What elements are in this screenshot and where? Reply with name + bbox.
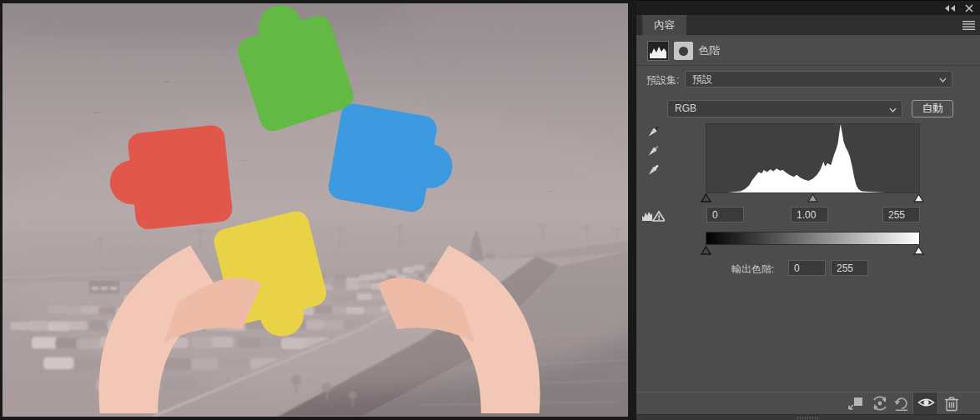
canvas-pasteboard: 布萊克 aidaidme.com [0, 0, 631, 420]
adjustment-title: 色階 [698, 40, 720, 62]
preset-select[interactable]: 預設 [685, 71, 952, 88]
shadow-input-field[interactable] [706, 207, 744, 222]
gray-point-eyedropper-icon[interactable] [646, 143, 661, 158]
puzzle-red [105, 124, 234, 233]
document-photo: 布萊克 aidaidme.com [3, 3, 628, 417]
levels-histogram-icon[interactable] [647, 41, 669, 61]
adjustment-header: 色階 [636, 40, 980, 65]
output-levels-label: 輸出色階: [731, 262, 774, 277]
midtone-input-field[interactable] [791, 207, 828, 222]
black-point-eyedropper-icon[interactable] [646, 124, 661, 139]
tab-properties[interactable]: 內容 [642, 15, 686, 35]
preset-value: 預設 [692, 73, 712, 85]
clip-to-layer-icon[interactable] [847, 395, 865, 412]
chevron-down-icon [889, 108, 897, 112]
shadow-input-slider[interactable] [701, 193, 711, 202]
collapse-panel-icon[interactable] [944, 4, 956, 12]
output-highlight-field[interactable] [831, 260, 868, 276]
panel-footer [636, 392, 980, 414]
auto-button[interactable]: 自動 [912, 100, 953, 118]
puzzle-blue [326, 102, 460, 218]
preset-label: 預設集: [646, 73, 679, 88]
histogram-shape [706, 124, 919, 192]
properties-panel: 內容 色階 預設集: 預設 [636, 0, 980, 420]
highlight-input-slider[interactable] [913, 193, 924, 202]
mask-circle-icon[interactable] [674, 42, 693, 60]
reset-adjustment-icon[interactable] [892, 395, 911, 412]
channel-select[interactable]: RGB [667, 100, 902, 118]
view-previous-state-icon[interactable] [871, 395, 889, 412]
panel-body: 色階 預設集: 預設 RGB 自動 [636, 35, 980, 392]
output-shadow-field[interactable] [788, 260, 826, 276]
output-highlight-slider[interactable] [913, 246, 924, 255]
toggle-visibility-button[interactable] [912, 392, 938, 414]
watermark: 布萊克 aidaidme.com [11, 3, 628, 413]
midtone-input-slider[interactable] [807, 193, 818, 202]
channel-value: RGB [675, 102, 696, 114]
delete-adjustment-icon[interactable] [942, 395, 961, 412]
output-gradient-bar [706, 232, 920, 245]
highlight-input-field[interactable] [882, 207, 920, 222]
puzzle-green [228, 3, 357, 134]
output-shadow-slider[interactable] [701, 246, 711, 255]
application-window: 布萊克 aidaidme.com 內容 [0, 0, 980, 420]
section-divider [636, 65, 980, 66]
white-point-eyedropper-icon[interactable] [646, 162, 661, 178]
close-panel-icon[interactable] [965, 4, 973, 12]
panel-titlebar [636, 0, 980, 15]
panel-menu-icon[interactable] [962, 21, 975, 30]
levels-histogram-display [706, 123, 920, 193]
histogram-refresh-warning-icon[interactable] [641, 208, 665, 222]
resize-gripper-icon [797, 417, 819, 419]
eye-icon [917, 396, 935, 409]
chevron-down-icon [939, 78, 947, 82]
watermark-logo [11, 3, 628, 413]
panel-tab-bar: 內容 [636, 15, 980, 35]
panel-resize-handle[interactable] [636, 414, 980, 420]
